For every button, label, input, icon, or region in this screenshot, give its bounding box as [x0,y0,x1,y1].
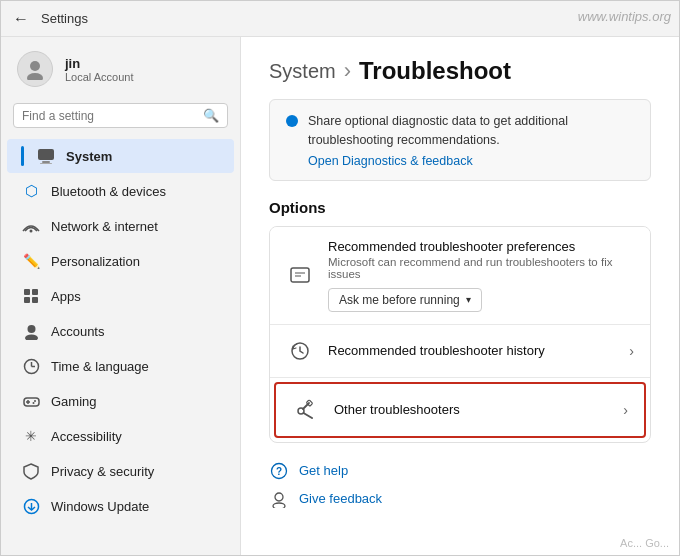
recommended-history-title: Recommended troubleshooter history [328,343,621,358]
recommended-prefs-content: Recommended troubleshooter preferences M… [328,239,634,312]
svg-line-28 [304,413,313,418]
title-bar-text: Settings [41,11,88,26]
recommended-prefs-icon [286,261,314,289]
svg-rect-9 [32,297,38,303]
give-feedback-icon [269,489,289,509]
sidebar-nav: System ⬡ Bluetooth & devices Network & i… [1,138,240,555]
chevron-right-icon: › [629,343,634,359]
info-banner: Share optional diagnostic data to get ad… [269,99,651,181]
sidebar-item-apps[interactable]: Apps [7,279,234,313]
search-input[interactable] [22,109,203,123]
options-list: Recommended troubleshooter preferences M… [269,226,651,443]
recommended-prefs-title: Recommended troubleshooter preferences [328,239,634,254]
options-section-title: Options [269,199,651,216]
main-layout: jin Local Account 🔍 System [1,37,679,555]
svg-text:?: ? [276,466,282,477]
ask-me-dropdown[interactable]: Ask me before running ▾ [328,288,482,312]
windows-update-icon [21,496,41,516]
sidebar-label-network: Network & internet [51,219,158,234]
sidebar-label-accessibility: Accessibility [51,429,122,444]
recommended-history-content: Recommended troubleshooter history [328,343,621,358]
other-troubleshooters-content: Other troubleshooters [334,402,615,417]
svg-point-33 [273,503,285,508]
accessibility-icon: ✳ [21,426,41,446]
footer-links: ? Get help Give feedback [269,461,651,509]
svg-rect-22 [291,268,309,282]
get-help-icon: ? [269,461,289,481]
privacy-icon [21,461,41,481]
svg-point-11 [25,334,38,340]
sidebar-label-gaming: Gaming [51,394,97,409]
sidebar-item-network[interactable]: Network & internet [7,209,234,243]
sidebar-label-time: Time & language [51,359,149,374]
option-other-troubleshooters[interactable]: Other troubleshooters › [274,382,646,438]
system-icon [36,146,56,166]
sidebar-label-privacy: Privacy & security [51,464,154,479]
svg-point-18 [34,400,36,402]
sidebar-label-apps: Apps [51,289,81,304]
title-bar: ← Settings [1,1,679,37]
svg-point-10 [27,325,35,333]
sidebar-user: jin Local Account [1,37,240,97]
sidebar-item-accessibility[interactable]: ✳ Accessibility [7,419,234,453]
sidebar-user-name: jin [65,56,134,71]
open-diagnostics-link[interactable]: Open Diagnostics & feedback [308,154,634,168]
sidebar-user-type: Local Account [65,71,134,83]
network-icon [21,216,41,236]
sidebar-label-system: System [66,149,112,164]
sidebar-label-personalization: Personalization [51,254,140,269]
sidebar-search[interactable]: 🔍 [13,103,228,128]
sidebar-label-accounts: Accounts [51,324,104,339]
back-button[interactable]: ← [13,10,29,28]
info-banner-content: Share optional diagnostic data to get ad… [308,112,634,168]
sidebar-item-personalization[interactable]: ✏️ Personalization [7,244,234,278]
breadcrumb-parent: System [269,60,336,83]
ask-me-dropdown-label: Ask me before running [339,293,460,307]
recommended-prefs-subtitle: Microsoft can recommend and run troubles… [328,256,634,280]
info-banner-text: Share optional diagnostic data to get ad… [308,112,634,150]
get-help-link[interactable]: ? Get help [269,461,651,481]
breadcrumb: System › Troubleshoot [269,57,651,85]
content-area: System › Troubleshoot Share optional dia… [241,37,679,555]
info-dot [286,115,298,127]
active-indicator [21,146,24,166]
sidebar-label-windows-update: Windows Update [51,499,149,514]
option-recommended-prefs[interactable]: Recommended troubleshooter preferences M… [270,227,650,325]
breadcrumb-current: Troubleshoot [359,57,511,85]
svg-point-32 [275,493,283,501]
svg-rect-8 [24,297,30,303]
sidebar-item-accounts[interactable]: Accounts [7,314,234,348]
sidebar-item-privacy[interactable]: Privacy & security [7,454,234,488]
svg-rect-6 [24,289,30,295]
get-help-label: Get help [299,463,348,478]
svg-rect-2 [38,149,54,160]
svg-point-0 [30,61,40,71]
bottom-watermark: Ac... Go... [620,537,669,549]
accounts-icon [21,321,41,341]
svg-rect-3 [42,161,50,163]
apps-icon [21,286,41,306]
sidebar-label-bluetooth: Bluetooth & devices [51,184,166,199]
svg-rect-4 [40,163,52,164]
sidebar-item-time[interactable]: Time & language [7,349,234,383]
chevron-down-icon: ▾ [466,294,471,305]
other-troubleshooters-icon [292,396,320,424]
sidebar-item-gaming[interactable]: Gaming [7,384,234,418]
svg-point-19 [32,402,34,404]
breadcrumb-separator: › [344,58,351,84]
sidebar-item-bluetooth[interactable]: ⬡ Bluetooth & devices [7,174,234,208]
bluetooth-icon: ⬡ [21,181,41,201]
personalization-icon: ✏️ [21,251,41,271]
option-recommended-history[interactable]: Recommended troubleshooter history › [270,325,650,378]
svg-point-1 [27,73,43,80]
sidebar-item-windows-update[interactable]: Windows Update [7,489,234,523]
recommended-history-icon [286,337,314,365]
gaming-icon [21,391,41,411]
search-icon: 🔍 [203,108,219,123]
svg-rect-7 [32,289,38,295]
give-feedback-link[interactable]: Give feedback [269,489,651,509]
time-icon [21,356,41,376]
give-feedback-label: Give feedback [299,491,382,506]
sidebar-item-system[interactable]: System [7,139,234,173]
other-troubleshooters-title: Other troubleshooters [334,402,615,417]
